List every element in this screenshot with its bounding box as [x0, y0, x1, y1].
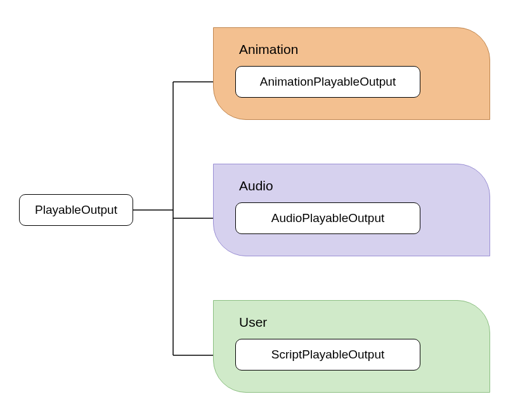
- child-node-label: ScriptPlayableOutput: [271, 348, 385, 362]
- child-node-animation: AnimationPlayableOutput: [235, 66, 420, 98]
- group-user: User ScriptPlayableOutput: [213, 300, 490, 393]
- group-title-animation: Animation: [239, 42, 472, 57]
- child-node-label: AudioPlayableOutput: [271, 211, 385, 225]
- group-title-audio: Audio: [239, 178, 472, 194]
- child-node-audio: AudioPlayableOutput: [235, 202, 420, 234]
- group-audio: Audio AudioPlayableOutput: [213, 164, 490, 256]
- group-title-user: User: [239, 315, 472, 330]
- diagram-canvas: PlayableOutput Animation AnimationPlayab…: [0, 0, 506, 420]
- root-node-label: PlayableOutput: [35, 203, 117, 217]
- child-node-user: ScriptPlayableOutput: [235, 339, 420, 371]
- group-animation: Animation AnimationPlayableOutput: [213, 27, 490, 120]
- root-node-playable-output: PlayableOutput: [19, 194, 133, 226]
- child-node-label: AnimationPlayableOutput: [260, 75, 396, 89]
